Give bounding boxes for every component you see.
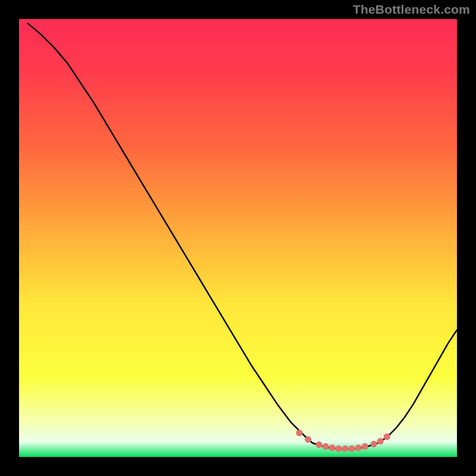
plot-area [19,19,457,457]
curve-marker [322,443,329,450]
curve-marker [305,436,311,443]
curve-marker [349,445,355,452]
curve-marker [362,443,368,450]
curve-marker [316,441,322,448]
curve-marker [371,441,377,447]
watermark-text: TheBottleneck.com [353,2,470,17]
chart-container: TheBottleneck.com [0,0,476,476]
curve-marker [384,434,390,440]
curve-marker [377,438,384,444]
curve-marker [296,430,303,436]
curve-markers [296,430,390,452]
curve-marker [342,445,349,452]
plot-overlay [19,19,457,457]
curve-marker [336,445,342,452]
bottleneck-curve [28,23,457,449]
curve-marker [355,444,362,451]
curve-marker [329,444,336,451]
